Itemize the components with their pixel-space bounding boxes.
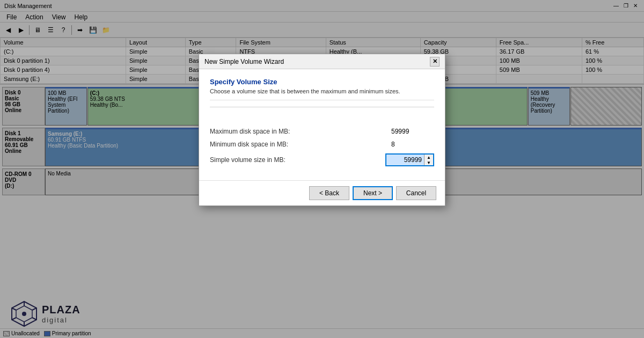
dialog-field-max-label: Maximum disk space in MB: [210,128,391,135]
dialog-section-title: Specify Volume Size [210,78,434,86]
dialog-divider [210,107,434,107]
spinbox-container: ▲ ▼ [385,153,434,166]
dialog-field-size: Simple volume size in MB: ▲ ▼ [210,153,434,166]
dialog-field-max-value: 59999 [391,128,434,135]
spinbox-up-button[interactable]: ▲ [425,155,433,160]
modal-overlay: New Simple Volume Wizard ✕ Specify Volum… [0,0,644,338]
spinbox-buttons: ▲ ▼ [424,155,433,165]
dialog-field-min-value: 8 [391,141,434,148]
back-button[interactable]: < Back [309,186,349,200]
dialog-title-bar: New Simple Volume Wizard ✕ [199,54,445,69]
spinbox-down-button[interactable]: ▼ [425,160,433,165]
dialog-close-button[interactable]: ✕ [430,57,440,67]
dialog-spacer [210,112,434,128]
next-button[interactable]: Next > [353,186,393,200]
dialog-footer: < Back Next > Cancel [199,180,445,205]
dialog-field-min-label: Minimum disk space in MB: [210,141,391,148]
dialog-field-min: Minimum disk space in MB: 8 [210,141,434,148]
dialog-body: Specify Volume Size Choose a volume size… [199,69,445,180]
cancel-button[interactable]: Cancel [396,186,436,200]
dialog-field-max: Maximum disk space in MB: 59999 [210,128,434,135]
volume-size-input[interactable] [386,155,424,165]
dialog: New Simple Volume Wizard ✕ Specify Volum… [199,54,445,206]
dialog-title: New Simple Volume Wizard [204,58,284,65]
dialog-header-section: Specify Volume Size Choose a volume size… [210,78,434,100]
dialog-section-subtitle: Choose a volume size that is between the… [210,88,434,94]
dialog-field-size-label: Simple volume size in MB: [210,156,385,164]
